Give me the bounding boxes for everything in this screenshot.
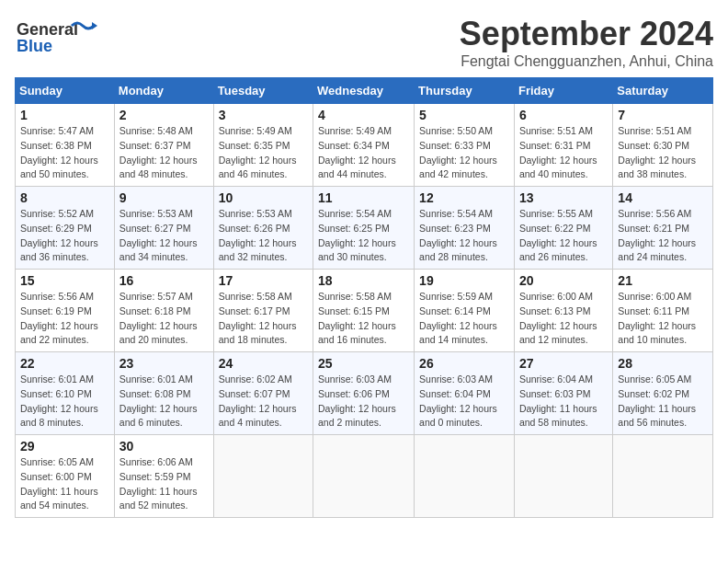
day-detail: Sunrise: 6:03 AMSunset: 6:06 PMDaylight:…: [318, 373, 409, 431]
week-row-5: 29 Sunrise: 6:05 AMSunset: 6:00 PMDaylig…: [16, 435, 713, 518]
day-detail: Sunrise: 6:01 AMSunset: 6:08 PMDaylight:…: [119, 373, 209, 431]
day-detail: Sunrise: 5:58 AMSunset: 6:17 PMDaylight:…: [219, 290, 308, 348]
day-detail: Sunrise: 5:49 AMSunset: 6:34 PMDaylight:…: [318, 124, 409, 182]
day-detail: Sunrise: 5:48 AMSunset: 6:37 PMDaylight:…: [119, 124, 209, 182]
day-detail: Sunrise: 5:53 AMSunset: 6:26 PMDaylight:…: [219, 207, 308, 265]
day-detail: Sunrise: 6:01 AMSunset: 6:10 PMDaylight:…: [20, 373, 109, 431]
week-row-1: 1 Sunrise: 5:47 AMSunset: 6:38 PMDayligh…: [16, 104, 713, 187]
day-detail: Sunrise: 5:58 AMSunset: 6:15 PMDaylight:…: [318, 290, 409, 348]
weekday-header-wednesday: Wednesday: [313, 78, 415, 104]
weekday-header-row: SundayMondayTuesdayWednesdayThursdayFrid…: [16, 78, 713, 104]
title-area: September 2024 Fengtai Chengguanzhen, An…: [460, 15, 713, 70]
day-cell: [415, 435, 515, 518]
day-detail: Sunrise: 5:51 AMSunset: 6:31 PMDaylight:…: [519, 124, 608, 182]
day-detail: Sunrise: 5:54 AMSunset: 6:25 PMDaylight:…: [318, 207, 409, 265]
day-number: 23: [119, 356, 209, 371]
day-number: 5: [419, 108, 509, 122]
location-title: Fengtai Chengguanzhen, Anhui, China: [460, 53, 713, 70]
day-detail: Sunrise: 5:59 AMSunset: 6:14 PMDaylight:…: [419, 290, 509, 348]
day-number: 29: [20, 439, 109, 454]
day-cell: 19 Sunrise: 5:59 AMSunset: 6:14 PMDaylig…: [415, 270, 515, 352]
day-cell: 26 Sunrise: 6:03 AMSunset: 6:04 PMDaylig…: [415, 352, 515, 435]
day-cell: 9 Sunrise: 5:53 AMSunset: 6:27 PMDayligh…: [114, 187, 213, 270]
day-number: 16: [119, 273, 209, 288]
weekday-header-thursday: Thursday: [415, 78, 515, 104]
day-number: 15: [20, 273, 109, 288]
day-cell: 1 Sunrise: 5:47 AMSunset: 6:38 PMDayligh…: [16, 104, 115, 187]
day-cell: 11 Sunrise: 5:54 AMSunset: 6:25 PMDaylig…: [313, 187, 415, 270]
day-detail: Sunrise: 5:56 AMSunset: 6:21 PMDaylight:…: [618, 207, 708, 265]
day-number: 11: [318, 190, 409, 205]
day-detail: Sunrise: 5:51 AMSunset: 6:30 PMDaylight:…: [618, 124, 708, 182]
day-number: 18: [318, 273, 409, 288]
day-number: 2: [119, 108, 209, 122]
calendar-table: SundayMondayTuesdayWednesdayThursdayFrid…: [15, 77, 713, 518]
day-detail: Sunrise: 5:47 AMSunset: 6:38 PMDaylight:…: [20, 124, 109, 182]
svg-marker-2: [92, 22, 97, 29]
day-number: 19: [419, 273, 509, 288]
day-cell: 21 Sunrise: 6:00 AMSunset: 6:11 PMDaylig…: [613, 270, 713, 352]
day-detail: Sunrise: 6:05 AMSunset: 6:00 PMDaylight:…: [20, 455, 109, 513]
day-cell: 15 Sunrise: 5:56 AMSunset: 6:19 PMDaylig…: [16, 270, 115, 352]
day-detail: Sunrise: 5:55 AMSunset: 6:22 PMDaylight:…: [519, 207, 608, 265]
day-cell: 30 Sunrise: 6:06 AMSunset: 5:59 PMDaylig…: [114, 435, 213, 518]
day-detail: Sunrise: 5:52 AMSunset: 6:29 PMDaylight:…: [20, 207, 109, 265]
day-cell: 6 Sunrise: 5:51 AMSunset: 6:31 PMDayligh…: [514, 104, 612, 187]
day-number: 1: [20, 108, 109, 122]
day-number: 6: [519, 108, 608, 122]
day-cell: 23 Sunrise: 6:01 AMSunset: 6:08 PMDaylig…: [114, 352, 213, 435]
day-detail: Sunrise: 5:54 AMSunset: 6:23 PMDaylight:…: [419, 207, 509, 265]
day-cell: 14 Sunrise: 5:56 AMSunset: 6:21 PMDaylig…: [613, 187, 713, 270]
day-cell: 20 Sunrise: 6:00 AMSunset: 6:13 PMDaylig…: [514, 270, 612, 352]
day-detail: Sunrise: 6:06 AMSunset: 5:59 PMDaylight:…: [119, 455, 209, 513]
weekday-header-saturday: Saturday: [613, 78, 713, 104]
week-row-4: 22 Sunrise: 6:01 AMSunset: 6:10 PMDaylig…: [16, 352, 713, 435]
day-number: 9: [119, 190, 209, 205]
day-cell: [514, 435, 612, 518]
day-cell: 25 Sunrise: 6:03 AMSunset: 6:06 PMDaylig…: [313, 352, 415, 435]
day-cell: 16 Sunrise: 5:57 AMSunset: 6:18 PMDaylig…: [114, 270, 213, 352]
day-detail: Sunrise: 6:05 AMSunset: 6:02 PMDaylight:…: [618, 373, 708, 431]
day-cell: 12 Sunrise: 5:54 AMSunset: 6:23 PMDaylig…: [415, 187, 515, 270]
day-number: 17: [219, 273, 308, 288]
day-number: 7: [618, 108, 708, 122]
day-detail: Sunrise: 5:56 AMSunset: 6:19 PMDaylight:…: [20, 290, 109, 348]
logo-icon: General Blue: [15, 15, 97, 55]
day-cell: [613, 435, 713, 518]
day-detail: Sunrise: 5:49 AMSunset: 6:35 PMDaylight:…: [219, 124, 308, 182]
week-row-2: 8 Sunrise: 5:52 AMSunset: 6:29 PMDayligh…: [16, 187, 713, 270]
day-cell: 28 Sunrise: 6:05 AMSunset: 6:02 PMDaylig…: [613, 352, 713, 435]
svg-text:General: General: [17, 20, 78, 39]
day-number: 12: [419, 190, 509, 205]
month-title: September 2024: [460, 15, 713, 53]
weekday-header-monday: Monday: [114, 78, 213, 104]
day-number: 27: [519, 356, 608, 371]
day-cell: 29 Sunrise: 6:05 AMSunset: 6:00 PMDaylig…: [16, 435, 115, 518]
day-number: 10: [219, 190, 308, 205]
page-header: General Blue September 2024 Fengtai Chen…: [15, 15, 713, 70]
day-cell: 13 Sunrise: 5:55 AMSunset: 6:22 PMDaylig…: [514, 187, 612, 270]
day-detail: Sunrise: 6:04 AMSunset: 6:03 PMDaylight:…: [519, 373, 608, 431]
day-number: 4: [318, 108, 409, 122]
day-number: 3: [219, 108, 308, 122]
day-cell: 5 Sunrise: 5:50 AMSunset: 6:33 PMDayligh…: [415, 104, 515, 187]
day-cell: 7 Sunrise: 5:51 AMSunset: 6:30 PMDayligh…: [613, 104, 713, 187]
day-detail: Sunrise: 6:02 AMSunset: 6:07 PMDaylight:…: [219, 373, 308, 431]
day-number: 20: [519, 273, 608, 288]
day-cell: 18 Sunrise: 5:58 AMSunset: 6:15 PMDaylig…: [313, 270, 415, 352]
day-number: 14: [618, 190, 708, 205]
day-number: 30: [119, 439, 209, 454]
day-number: 22: [20, 356, 109, 371]
day-cell: 4 Sunrise: 5:49 AMSunset: 6:34 PMDayligh…: [313, 104, 415, 187]
logo: General Blue: [15, 15, 97, 55]
day-cell: 10 Sunrise: 5:53 AMSunset: 6:26 PMDaylig…: [213, 187, 313, 270]
day-detail: Sunrise: 6:00 AMSunset: 6:13 PMDaylight:…: [519, 290, 608, 348]
day-cell: 24 Sunrise: 6:02 AMSunset: 6:07 PMDaylig…: [213, 352, 313, 435]
day-number: 28: [618, 356, 708, 371]
day-detail: Sunrise: 6:03 AMSunset: 6:04 PMDaylight:…: [419, 373, 509, 431]
day-detail: Sunrise: 5:53 AMSunset: 6:27 PMDaylight:…: [119, 207, 209, 265]
day-number: 13: [519, 190, 608, 205]
day-number: 25: [318, 356, 409, 371]
day-cell: 22 Sunrise: 6:01 AMSunset: 6:10 PMDaylig…: [16, 352, 115, 435]
day-number: 8: [20, 190, 109, 205]
